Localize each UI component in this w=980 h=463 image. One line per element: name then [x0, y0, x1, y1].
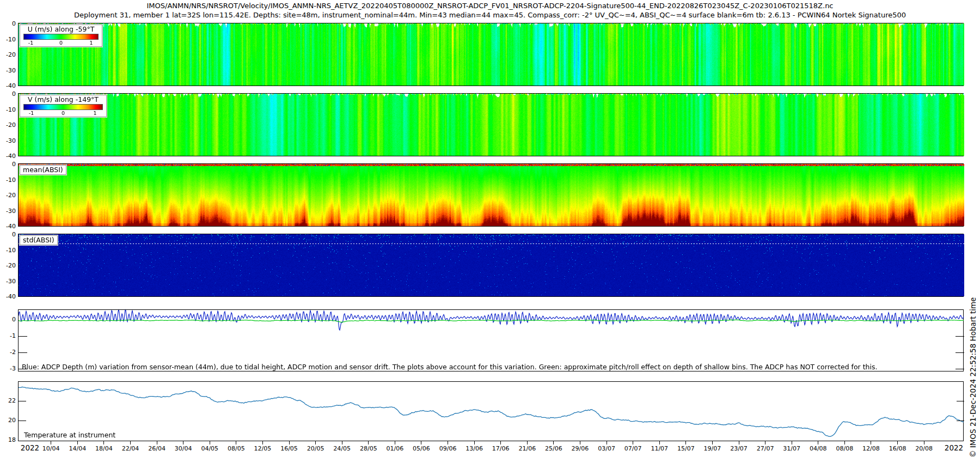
x-tick-mark — [844, 441, 845, 444]
y-tick-label: -1 — [0, 333, 16, 339]
x-date-label: 28/05 — [360, 445, 377, 452]
x-date-label: 09/06 — [439, 445, 457, 452]
y-tick-label: -20 — [0, 192, 16, 198]
y-tick-label: -2 — [0, 349, 16, 355]
x-date-label: 14/04 — [69, 445, 86, 452]
x-tick-mark — [818, 441, 818, 444]
colorbar-tick-label: -1 — [29, 110, 34, 116]
y-tick-label: 0 — [0, 232, 16, 237]
x-date-label: 26/04 — [148, 445, 166, 452]
u-legend-title: U (m/s) along -59°T — [20, 25, 102, 34]
x-tick-mark — [871, 441, 871, 444]
x-tick-mark — [368, 441, 369, 444]
x-year-label-start: 2022 — [21, 443, 39, 452]
x-date-label: 05/06 — [413, 445, 430, 452]
y-tick-label: -40 — [0, 294, 16, 300]
mean-absi-legend: mean(ABSI) — [20, 165, 66, 175]
x-tick-mark — [897, 441, 898, 444]
y-tick-label: -10 — [0, 176, 16, 182]
x-tick-mark — [262, 441, 263, 444]
std-absi-heatmap-canvas — [19, 234, 964, 296]
x-date-label: 13/06 — [465, 445, 483, 452]
v-velocity-panel: V (m/s) along -149°T -1 0 1 — [18, 93, 964, 156]
colorbar-tick-label: 1 — [89, 40, 93, 46]
x-date-label: 20/08 — [915, 445, 933, 452]
colorbar-tick-label: 1 — [93, 110, 96, 116]
x-date-label: 27/07 — [757, 445, 774, 452]
u-colorbar-ticks: -1 0 1 — [20, 40, 102, 46]
x-tick-mark — [421, 441, 421, 444]
x-date-label: 01/06 — [387, 445, 404, 452]
y-tick-label: -20 — [0, 263, 16, 269]
x-tick-mark — [685, 441, 686, 444]
v-legend-title: V (m/s) along -149°T — [20, 95, 106, 104]
depth-variation-note: Blue: ADCP Depth (m) variation from sens… — [22, 363, 878, 371]
x-date-label: 03/07 — [598, 445, 615, 452]
y-tick-label: -10 — [0, 106, 16, 112]
v-colorbar-legend: V (m/s) along -149°T -1 0 1 — [20, 95, 107, 117]
y-tick-label: 0 — [0, 21, 16, 27]
x-date-label: 23/07 — [730, 445, 748, 452]
x-tick-mark — [103, 441, 104, 444]
imos-timestamp-watermark: © IMOS 21-Dec-2024 22:52:58 Hobart time — [969, 297, 977, 458]
x-tick-mark — [395, 441, 395, 444]
x-tick-mark — [51, 441, 51, 444]
x-date-label: 30/04 — [175, 445, 192, 452]
x-date-label: 24/05 — [333, 445, 351, 452]
x-tick-mark — [130, 441, 131, 444]
y-tick-label: -40 — [0, 223, 16, 229]
x-tick-mark — [342, 441, 342, 444]
x-date-label: 04/08 — [810, 445, 827, 452]
x-date-label: 17/06 — [492, 445, 510, 452]
y-tick-label: -20 — [0, 122, 16, 128]
y-tick-label: -10 — [0, 247, 16, 253]
mean-absi-legend-title: mean(ABSI) — [20, 166, 66, 174]
x-date-label: 12/08 — [862, 445, 880, 452]
x-tick-mark — [210, 441, 210, 444]
y-tick-label: -30 — [0, 208, 16, 214]
x-year-label-end: 2022 — [945, 443, 963, 452]
x-date-label: 16/08 — [889, 445, 906, 452]
std-absi-legend: std(ABSI) — [20, 235, 58, 245]
x-tick-mark — [157, 441, 157, 444]
x-tick-mark — [527, 441, 528, 444]
u-colorbar-gradient — [23, 34, 99, 40]
deployment-subtitle: Deployment 31, member 1 lat=32S lon=115.… — [0, 11, 980, 19]
y-tick-label: -40 — [0, 153, 16, 159]
netcdf-file-title: IMOS/ANMN/NRS/NRSROT/Velocity/IMOS_ANMN-… — [0, 2, 980, 10]
x-date-label: 16/05 — [280, 445, 298, 452]
x-tick-mark — [580, 441, 580, 444]
x-date-label: 12/05 — [254, 445, 272, 452]
x-tick-mark — [289, 441, 290, 444]
u-colorbar-legend: U (m/s) along -59°T -1 0 1 — [20, 25, 102, 47]
x-date-label: 11/07 — [651, 445, 668, 452]
x-date-label: 29/06 — [572, 445, 589, 452]
x-date-label: 25/06 — [545, 445, 562, 452]
v-colorbar-gradient — [23, 104, 103, 110]
temperature-panel — [18, 381, 964, 441]
x-tick-mark — [236, 441, 236, 444]
x-tick-mark — [607, 441, 607, 444]
y-tick-label: 20 — [0, 417, 16, 423]
y-tick-label: -30 — [0, 137, 16, 143]
mean-absi-panel: mean(ABSI) — [18, 163, 964, 227]
y-tick-label: -20 — [0, 52, 16, 58]
x-tick-mark — [500, 441, 501, 444]
x-date-label: 22/04 — [122, 445, 139, 452]
v-colorbar-ticks: -1 0 1 — [20, 110, 106, 117]
depth-variation-line-canvas — [19, 310, 964, 371]
x-tick-mark — [924, 441, 924, 444]
x-date-label: 20/05 — [307, 445, 324, 452]
x-tick-mark — [448, 441, 448, 444]
x-date-label: 10/04 — [42, 445, 60, 452]
x-date-label: 21/06 — [518, 445, 536, 452]
std-absi-panel: std(ABSI) — [18, 234, 964, 297]
x-tick-mark — [553, 441, 554, 444]
x-tick-mark — [765, 441, 765, 444]
v-velocity-heatmap-canvas — [19, 94, 964, 156]
x-tick-mark — [739, 441, 739, 444]
y-tick-label: 0 — [0, 316, 16, 322]
x-date-label: 15/07 — [677, 445, 695, 452]
y-tick-label: -40 — [0, 83, 16, 89]
depth-variation-panel — [18, 309, 964, 371]
